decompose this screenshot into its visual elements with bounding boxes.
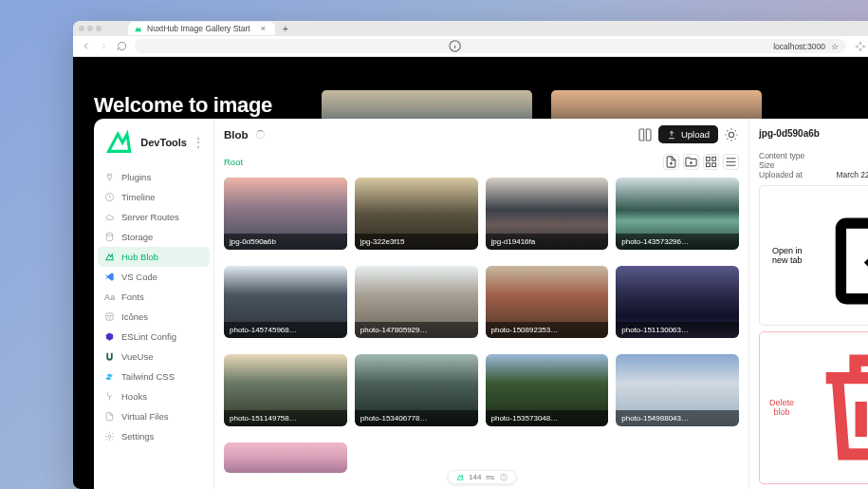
svg-point-7 bbox=[108, 435, 111, 438]
window-controls[interactable] bbox=[79, 26, 102, 31]
blob-card[interactable]: jpg-0d590a6b bbox=[224, 178, 347, 250]
svg-rect-10 bbox=[712, 158, 716, 161]
sidebar-item-hooks[interactable]: Hooks bbox=[98, 386, 210, 406]
tailwind-icon bbox=[104, 371, 115, 382]
blob-card[interactable]: photo-154988043… bbox=[616, 354, 739, 426]
sidebar-item-label: ESLint Config bbox=[121, 331, 176, 342]
external-link-icon bbox=[814, 191, 868, 320]
nuxt-icon bbox=[104, 252, 115, 262]
eslint-icon bbox=[104, 331, 115, 342]
sidebar-item-tailwind-css[interactable]: Tailwind CSS bbox=[98, 367, 210, 386]
docs-button[interactable] bbox=[637, 127, 653, 142]
blob-card[interactable] bbox=[224, 442, 347, 473]
sidebar-item-label: Icônes bbox=[121, 311, 148, 322]
sidebar-item-eslint-config[interactable]: ESLint Config bbox=[98, 327, 210, 347]
svg-rect-9 bbox=[707, 158, 711, 161]
svg-rect-11 bbox=[707, 163, 711, 167]
svg-point-8 bbox=[729, 132, 733, 137]
new-folder-button[interactable] bbox=[683, 154, 699, 170]
blob-name: photo-145745968… bbox=[224, 322, 347, 338]
sidebar-item-label: Hooks bbox=[121, 391, 147, 402]
sidebar-item-label: Virtual Files bbox=[121, 411, 168, 422]
star-icon[interactable]: ☆ bbox=[831, 42, 839, 51]
blob-name: photo-143573296… bbox=[616, 234, 739, 250]
blob-card[interactable]: photo-143573296… bbox=[616, 178, 739, 250]
sidebar-item-label: Plugins bbox=[121, 172, 151, 182]
sidebar-item-label: Server Routes bbox=[121, 212, 179, 222]
sidebar-item-settings[interactable]: Settings bbox=[98, 426, 210, 446]
breadcrumb-root[interactable]: Root bbox=[224, 157, 243, 167]
status-bar[interactable]: 144 ms bbox=[447, 470, 516, 484]
blob-header: Blob Upload bbox=[214, 119, 748, 150]
browser-tab[interactable]: NuxtHub Image Gallery Start × bbox=[128, 22, 275, 35]
blob-title: Blob bbox=[224, 129, 249, 141]
sidebar-item-vs-code[interactable]: VS Code bbox=[98, 267, 210, 287]
nav-reload[interactable] bbox=[117, 41, 127, 51]
url-input[interactable]: localhost:3000 ☆ bbox=[135, 39, 846, 53]
sidebar-item-plugins[interactable]: Plugins bbox=[98, 167, 210, 187]
svg-rect-4 bbox=[106, 313, 113, 320]
loading-spinner-icon bbox=[256, 130, 265, 139]
sidebar-item-storage[interactable]: Storage bbox=[98, 227, 210, 247]
sidebar-item-virtual-files[interactable]: Virtual Files bbox=[98, 406, 210, 426]
detail-meta-row: Size2.59 MB bbox=[759, 160, 868, 170]
svg-rect-12 bbox=[712, 163, 716, 167]
devtools-panel: DevTools ⋮ PluginsTimelineServer RoutesS… bbox=[94, 119, 868, 489]
svg-point-3 bbox=[106, 234, 112, 236]
blob-card[interactable]: jpg-322e3f15 bbox=[355, 178, 478, 250]
sidebar-more-icon[interactable]: ⋮ bbox=[193, 136, 204, 149]
sidebar-item-icônes[interactable]: Icônes bbox=[98, 307, 210, 327]
blob-name: photo-151130063… bbox=[616, 322, 739, 338]
plug-icon bbox=[104, 172, 115, 182]
sidebar-item-label: Hub Blob bbox=[121, 252, 158, 262]
blob-card[interactable]: photo-153573048… bbox=[486, 354, 609, 426]
sidebar-item-label: Storage bbox=[121, 232, 153, 242]
upload-icon bbox=[667, 130, 676, 140]
clock-icon bbox=[104, 192, 115, 202]
blob-card[interactable]: photo-151130063… bbox=[616, 266, 739, 338]
blob-card[interactable]: photo-145745968… bbox=[224, 266, 347, 338]
sidebar-item-vueuse[interactable]: VueUse bbox=[98, 347, 210, 367]
blob-card[interactable]: photo-153406778… bbox=[355, 354, 478, 426]
nav-forward[interactable] bbox=[99, 41, 109, 51]
sidebar-item-timeline[interactable]: Timeline bbox=[98, 187, 210, 207]
sidebar-item-fonts[interactable]: AaFonts bbox=[98, 287, 210, 307]
theme-toggle[interactable] bbox=[724, 127, 739, 142]
blob-card[interactable]: photo-151149758… bbox=[224, 354, 347, 426]
sidebar-item-hub-blob[interactable]: Hub Blob bbox=[98, 247, 210, 267]
db-icon bbox=[104, 232, 115, 242]
blob-name: photo-150892353… bbox=[486, 322, 609, 338]
new-file-button[interactable] bbox=[663, 154, 679, 170]
upload-button[interactable]: Upload bbox=[658, 125, 718, 143]
view-grid[interactable] bbox=[703, 154, 719, 170]
view-list[interactable] bbox=[723, 154, 739, 170]
detail-title: jpg-0d590a6b bbox=[759, 128, 820, 139]
blob-name: photo-147805929… bbox=[355, 322, 478, 338]
browser-toolbar: localhost:3000 ☆ | ▪ ⋮ bbox=[73, 36, 868, 57]
info-icon bbox=[142, 39, 767, 53]
fonts-icon: Aa bbox=[104, 292, 115, 302]
nuxt-icon bbox=[103, 126, 135, 158]
delete-blob-button[interactable]: Delete blob bbox=[759, 331, 868, 483]
nav-back[interactable] bbox=[81, 41, 91, 51]
tab-close-icon[interactable]: × bbox=[261, 24, 266, 33]
new-tab-button[interactable]: + bbox=[279, 22, 292, 35]
blob-card[interactable]: photo-150892353… bbox=[486, 266, 609, 338]
sidebar-item-server-routes[interactable]: Server Routes bbox=[98, 207, 210, 227]
ext-1[interactable] bbox=[854, 40, 867, 53]
open-new-tab-button[interactable]: Open in new tab bbox=[759, 185, 868, 326]
blob-card[interactable]: jpg-d19416fa bbox=[486, 178, 609, 250]
blob-name: photo-151149758… bbox=[224, 410, 347, 426]
url-text: localhost:3000 bbox=[773, 42, 825, 51]
blob-card[interactable]: photo-147805929… bbox=[355, 266, 478, 338]
blob-name: jpg-0d590a6b bbox=[224, 234, 347, 250]
detail-meta-row: Content typeimage/jpg bbox=[759, 151, 868, 160]
svg-point-5 bbox=[108, 315, 109, 316]
devtools-title: DevTools ⋮ bbox=[94, 119, 213, 165]
nuxt-icon bbox=[455, 473, 464, 481]
tab-title: NuxtHub Image Gallery Start bbox=[147, 24, 250, 33]
blob-grid: jpg-0d590a6bjpg-322e3f15jpg-d19416faphot… bbox=[214, 178, 748, 489]
cloud-icon bbox=[104, 212, 115, 222]
sidebar-item-label: VS Code bbox=[121, 272, 157, 282]
devtools-sidebar: DevTools ⋮ PluginsTimelineServer RoutesS… bbox=[94, 119, 214, 489]
